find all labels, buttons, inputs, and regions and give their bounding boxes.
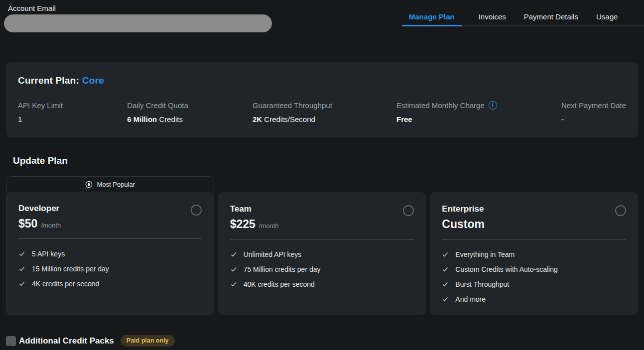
plan-price: $225 [230,218,256,231]
account-email-label: Account Email [4,4,272,12]
update-plan-heading: Update Plan [13,155,644,166]
plan-radio-team[interactable] [403,205,414,216]
plan-card-team[interactable]: Team $225 /month Unlimited API keys 75 M… [218,192,426,315]
feature-item: Unlimited API keys [230,247,414,262]
stat-guaranteed-throughput: Guaranteed Throughput 2K Credits/Second [253,101,332,123]
check-icon [442,281,449,288]
feature-item: And more [442,292,626,307]
check-icon [18,250,25,257]
stat-next-payment-date: Next Payment Date - [561,101,626,123]
additional-credit-packs-row: Additional Credit Packs Paid plan only [6,335,644,347]
current-plan-title-prefix: Current Plan: [18,75,79,86]
tab-bar: Manage Plan Invoices Payment Details Usa… [402,0,644,26]
credit-packs-label: Additional Credit Packs [19,336,114,346]
feature-item: 5 API keys [18,246,202,261]
plan-name: Enterprise [442,204,488,214]
account-email-block: Account Email [4,4,272,32]
feature-item: 15 Million credits per day [18,261,202,276]
check-icon [230,251,237,258]
feature-item: Everything in Team [442,247,626,262]
current-plan-name: Core [82,75,104,86]
check-icon [442,251,449,258]
check-icon [230,281,237,288]
credit-packs-checkbox[interactable] [6,336,16,346]
current-plan-title: Current Plan:Core [18,75,626,86]
feature-item: Burst Throughput [442,277,626,292]
check-icon [18,265,25,272]
info-icon[interactable]: i [489,101,497,110]
divider [442,239,626,239]
stat-api-key-limit: API Key Limit 1 [18,101,63,123]
current-plan-card: Current Plan:Core API Key Limit 1 Daily … [6,62,638,137]
tab-invoices[interactable]: Invoices [478,12,507,25]
plan-name: Developer [18,204,61,214]
check-icon [230,266,237,273]
divider [230,239,414,239]
check-icon [442,266,449,273]
account-email-field[interactable] [4,14,272,32]
check-icon [442,296,449,303]
tab-manage-plan[interactable]: Manage Plan [402,12,462,26]
flame-icon [85,181,93,188]
feature-item: Custom Credits with Auto-scaling [442,262,626,277]
stat-estimated-monthly-charge: Estimated Monthly Charge i Free [396,101,497,123]
plan-enterprise-wrapper: Enterprise Custom Everything in Team Cus… [430,192,638,315]
plan-price: Custom [442,218,485,231]
feature-item: 4K credits per second [18,276,202,291]
paid-plan-only-badge: Paid plan only [121,335,175,347]
stat-daily-credit-quota: Daily Credit Quota 6 Million Credits [127,101,188,123]
plan-period: /month [41,222,61,229]
most-popular-banner: Most Popular [6,177,214,192]
tab-usage[interactable]: Usage [595,12,619,25]
divider [18,238,202,239]
page-header: Account Email Manage Plan Invoices Payme… [0,0,644,32]
plan-price: $50 [18,217,37,231]
plan-selector: Most Popular Developer $50 /month 5 API … [6,176,638,315]
tab-payment-details[interactable]: Payment Details [523,12,579,25]
plan-radio-enterprise[interactable] [615,205,626,216]
most-popular-label: Most Popular [97,181,135,188]
plan-team-wrapper: Team $225 /month Unlimited API keys 75 M… [218,192,426,315]
plan-developer-wrapper: Most Popular Developer $50 /month 5 API … [6,176,214,315]
current-plan-stats: API Key Limit 1 Daily Credit Quota 6 Mil… [18,101,626,123]
check-icon [18,280,25,287]
plan-card-developer[interactable]: Developer $50 /month 5 API keys 15 Milli… [6,192,214,315]
plan-card-enterprise[interactable]: Enterprise Custom Everything in Team Cus… [430,192,638,315]
feature-item: 40K credits per second [230,277,414,292]
plan-period: /month [259,222,279,230]
plan-radio-developer[interactable] [191,205,202,216]
plan-name: Team [230,204,279,214]
feature-item: 75 Million credits per day [230,262,414,277]
